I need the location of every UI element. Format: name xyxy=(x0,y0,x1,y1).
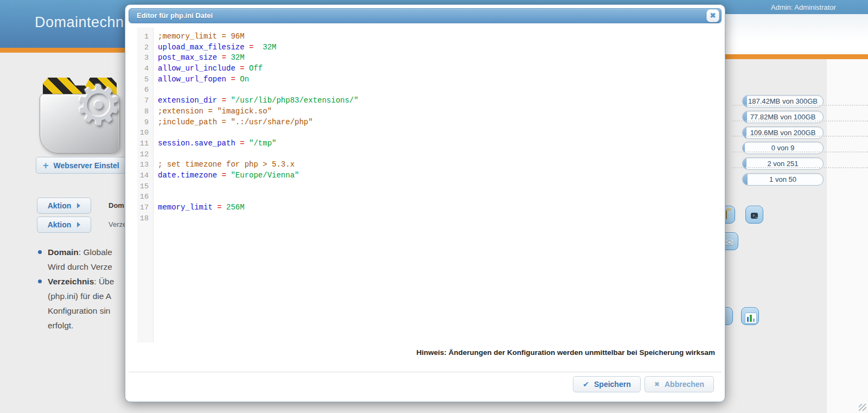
chevron-right-icon xyxy=(77,222,80,227)
bullet-item-continuation: (php.ini) für die A xyxy=(36,289,133,303)
code-token: = xyxy=(231,75,235,84)
code-line[interactable]: extension_dir = "/usr/lib/php83/extensio… xyxy=(158,96,718,106)
code-token: "Europe/Vienna" xyxy=(231,171,299,180)
code-line[interactable]: ;include_path = ".:/usr/share/php" xyxy=(158,117,718,128)
bullet-item: Verzeichnis: Übe xyxy=(36,274,133,289)
code-line[interactable]: allow_url_include = Off xyxy=(158,63,718,74)
code-token: extension_dir xyxy=(158,96,217,105)
code-line[interactable] xyxy=(158,85,718,96)
code-line[interactable]: ; set timezone for php > 5.3.x xyxy=(158,160,718,170)
code-token: Off xyxy=(249,64,263,73)
usage-gauge-label: 187.42MB von 300GB xyxy=(743,97,823,105)
webserver-settings-button[interactable]: + Webserver Einstel xyxy=(36,157,129,174)
code-token: = xyxy=(222,96,226,105)
usage-gauge-label: 77.82MB von 100GB xyxy=(743,113,823,121)
code-token xyxy=(245,64,249,73)
code-token xyxy=(235,139,240,148)
mail-icon: ✉ xyxy=(724,237,735,248)
code-line[interactable]: allow_url_fopen = On xyxy=(158,74,718,85)
terminal-button[interactable]: ›_ xyxy=(745,206,763,224)
code-token xyxy=(222,203,226,212)
line-number-gutter: 123456789101112131415161718 xyxy=(137,28,154,342)
dotted-separator xyxy=(732,120,868,122)
code-token xyxy=(235,75,240,84)
code-area[interactable]: ;memory_limit = 96Mupload_max_filesize =… xyxy=(154,28,718,342)
folder-lock-icon xyxy=(726,210,727,219)
line-number: 3 xyxy=(137,53,153,63)
save-button[interactable]: ✔ Speichern xyxy=(573,376,641,392)
code-token: On xyxy=(240,75,249,84)
code-line[interactable]: ;extension = "imagick.so" xyxy=(158,106,718,117)
code-token xyxy=(235,64,240,73)
code-token xyxy=(253,43,263,52)
code-token xyxy=(245,43,249,52)
code-line[interactable]: upload_max_filesize = 32M xyxy=(158,42,718,53)
code-editor[interactable]: 123456789101112131415161718 ;memory_limi… xyxy=(137,28,718,342)
code-line[interactable] xyxy=(158,149,718,160)
usage-gauge: 1 von 50 xyxy=(742,173,824,186)
action-button-label: Aktion xyxy=(48,201,72,210)
resize-grip[interactable] xyxy=(859,404,866,411)
code-line[interactable]: ;memory_limit = 96M xyxy=(158,31,718,42)
code-line[interactable]: memory_limit = 256M xyxy=(158,202,718,213)
gear-icon: ⚙ xyxy=(74,79,123,133)
code-token: date.timezone xyxy=(158,171,217,180)
usage-gauge-label: 1 von 50 xyxy=(743,175,823,183)
dialog-titlebar[interactable]: Editor für php.ini Datei ✖ xyxy=(129,8,722,23)
code-line[interactable]: date.timezone = "Europe/Vienna" xyxy=(158,170,718,181)
close-icon[interactable]: ✖ xyxy=(706,9,719,22)
code-line[interactable] xyxy=(158,128,718,138)
usage-gauge-label: 0 von 9 xyxy=(743,144,823,152)
plus-icon: + xyxy=(43,161,49,170)
line-number: 16 xyxy=(137,192,153,202)
code-token xyxy=(213,203,217,212)
statistics-button[interactable] xyxy=(741,307,759,325)
code-line[interactable]: post_max_size = 32M xyxy=(158,53,718,63)
code-line[interactable] xyxy=(158,192,718,202)
line-number: 18 xyxy=(137,213,153,224)
accent-bar-right xyxy=(705,54,868,59)
code-token xyxy=(217,53,221,62)
action-menu-button-directory[interactable]: Aktion xyxy=(37,217,91,233)
code-token: memory_limit xyxy=(158,203,213,212)
cancel-button-label: Abbrechen xyxy=(665,380,704,389)
code-token xyxy=(217,96,221,105)
code-token: ; set timezone for php > 5.3.x xyxy=(158,160,295,169)
line-number: 15 xyxy=(137,181,153,192)
line-number: 1 xyxy=(137,31,153,42)
code-token xyxy=(245,139,249,148)
line-number: 7 xyxy=(137,96,153,106)
code-token: = xyxy=(222,171,226,180)
logo-panel: maintechnik® xyxy=(705,14,868,54)
cancel-x-icon: ✖ xyxy=(654,380,660,388)
dotted-separator xyxy=(732,151,868,153)
code-line[interactable]: session.save_path = "/tmp" xyxy=(158,138,718,149)
bullet-dot xyxy=(38,279,42,283)
check-icon: ✔ xyxy=(583,380,589,389)
directory-row-label: Verze xyxy=(108,220,126,228)
webserver-settings-button-label: Webserver Einstel xyxy=(54,161,119,170)
code-token: ;extension = "imagick.so" xyxy=(158,107,272,116)
code-token: = xyxy=(217,203,221,212)
page-title: Domaintechnik xyxy=(35,14,135,31)
cancel-button[interactable]: ✖ Abbrechen xyxy=(644,376,714,392)
action-menu-button-domain[interactable]: Aktion xyxy=(37,198,91,214)
code-token: 256M xyxy=(226,203,245,212)
action-button-label: Aktion xyxy=(48,220,72,229)
code-token: = xyxy=(240,64,244,73)
admin-user-label: Admin: Administrator xyxy=(771,3,836,11)
php-ini-editor-dialog: Editor für php.ini Datei ✖ 1234567891011… xyxy=(125,4,725,402)
bullet-item: Domain: Globale xyxy=(36,245,133,259)
code-line[interactable] xyxy=(158,213,718,224)
code-token: post_max_size xyxy=(158,53,217,62)
code-token xyxy=(217,171,221,180)
line-number: 14 xyxy=(137,170,153,181)
dialog-title: Editor für php.ini Datei xyxy=(137,11,213,20)
domain-row-label: Dom xyxy=(108,201,124,209)
code-token: 32M xyxy=(263,43,276,52)
code-line[interactable] xyxy=(158,181,718,192)
bullet-item-continuation: erfolgt. xyxy=(36,318,133,333)
code-token: = xyxy=(240,139,244,148)
bullet-item-continuation: Konfiguration sin xyxy=(36,303,133,318)
code-token: session.save_path xyxy=(158,139,235,148)
